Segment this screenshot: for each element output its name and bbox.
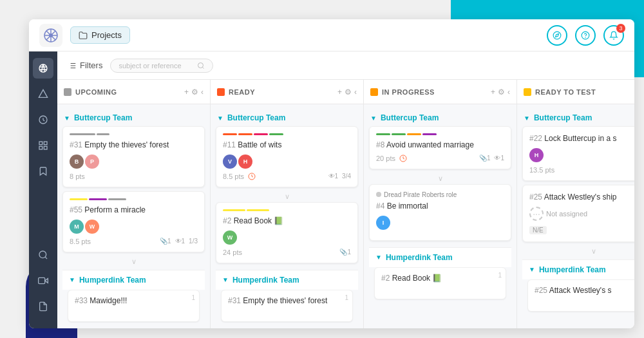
- projects-button[interactable]: Projects: [70, 26, 130, 44]
- card-text: Avoid unwanted marriage: [386, 140, 474, 149]
- sidebar: [29, 52, 57, 328]
- card-title: #33 Mawidge!!!: [75, 296, 193, 306]
- card-avatars: B P: [70, 155, 198, 169]
- column-upcoming: UPCOMING + ⚙ ‹ ▼ Buttercup Team: [57, 80, 211, 328]
- settings-ready[interactable]: ⚙: [345, 88, 352, 97]
- color-segment: [108, 198, 126, 200]
- column-indicator-in-progress: [370, 88, 378, 96]
- card-avatars: V H: [223, 155, 351, 169]
- bottom-section-ready: 1 #31 Empty the thieves' forest: [216, 290, 358, 327]
- bottom-card-upcoming-33[interactable]: 1 #33 Mawidge!!!: [68, 290, 200, 322]
- collapse-upcoming[interactable]: ‹: [201, 88, 204, 97]
- expand-chevron[interactable]: ∨: [216, 191, 358, 202]
- sidebar-item-grid[interactable]: [33, 135, 53, 156]
- views-badge: 👁1: [175, 238, 185, 245]
- views-badge: 👁1: [328, 173, 339, 180]
- filters-button[interactable]: Filters: [68, 61, 102, 70]
- card-pts: 8 pts: [70, 173, 85, 180]
- card-ready-2[interactable]: #2 Read Book 📗 W 24 pts 📎1: [216, 202, 358, 263]
- card-footer: 8 pts: [70, 173, 198, 180]
- color-segment: [89, 198, 107, 200]
- svg-rect-24: [39, 277, 45, 283]
- search-placeholder-text: subject or reference: [118, 62, 181, 70]
- svg-rect-18: [44, 142, 47, 145]
- add-card-in-progress[interactable]: +: [491, 88, 495, 97]
- add-card-upcoming[interactable]: +: [184, 88, 189, 97]
- expand-chevron[interactable]: ∨: [522, 246, 634, 257]
- sidebar-item-search[interactable]: [33, 245, 53, 265]
- column-indicator-upcoming: [64, 88, 71, 96]
- card-title-25: #25 Attack Westley's ship: [529, 192, 634, 203]
- column-title-ready: READY: [229, 88, 334, 96]
- bottom-card-ready-to-test-25[interactable]: 1 #25 Attack Westley's s: [527, 279, 634, 312]
- card-ready-to-test-25[interactable]: #25 Attack Westley's ship ··· Not assign…: [522, 185, 634, 242]
- sidebar-item-circle[interactable]: [33, 109, 53, 130]
- bottom-section-upcoming: 1 #33 Mawidge!!!: [62, 290, 205, 327]
- column-header-ready: READY + ⚙ ‹: [211, 80, 363, 104]
- chevron-down-icon: ▼: [370, 115, 377, 122]
- team-header-buttercup-ready-to-test[interactable]: ▼ Buttercup Team: [522, 109, 634, 126]
- card-upcoming-31[interactable]: #31 Empty the thieves' forest B P 8 pts: [62, 126, 205, 187]
- settings-in-progress[interactable]: ⚙: [498, 88, 505, 97]
- card-title-2: #2 Read Book 📗: [223, 216, 351, 227]
- card-pts: 20 pts: [376, 155, 395, 162]
- card-in-progress-8[interactable]: #8 Avoid unwanted marriage 20 pts 📎1 👁1: [369, 126, 511, 169]
- svg-rect-19: [39, 146, 43, 149]
- card-id: #33: [75, 296, 90, 305]
- card-title-11: #11 Battle of wits: [223, 140, 351, 151]
- column-title-ready-to-test: READY TO TEST: [535, 88, 634, 96]
- clips-badge: 📎1: [160, 238, 171, 245]
- chevron-down-icon: ▼: [69, 276, 75, 283]
- sidebar-item-pirate[interactable]: [33, 58, 53, 79]
- sidebar-item-video[interactable]: [33, 270, 53, 291]
- card-text: Lock Buttercup in a s: [544, 134, 616, 143]
- team-header-humperdink-upcoming[interactable]: ▼ Humperdink Team: [62, 270, 205, 290]
- projects-label: Projects: [91, 30, 122, 40]
- color-segment: [223, 209, 245, 211]
- bottom-card-ready-31[interactable]: 1 #31 Empty the thieves' forest: [221, 290, 353, 322]
- card-upcoming-55[interactable]: #55 Perform a miracle M W 8.5 pts: [62, 191, 205, 252]
- help-button[interactable]: [575, 25, 596, 46]
- search-box[interactable]: subject or reference: [110, 59, 213, 73]
- team-header-humperdink-in-progress[interactable]: ▼ Humperdink Team: [369, 247, 511, 267]
- avatar: V: [223, 155, 237, 169]
- team-header-buttercup-upcoming[interactable]: ▼ Buttercup Team: [62, 109, 205, 126]
- sidebar-item-triangle[interactable]: [33, 84, 53, 104]
- card-text: Be immortal: [387, 202, 428, 211]
- card-ready-11[interactable]: #11 Battle of wits V H 8.5 pts: [216, 126, 358, 187]
- column-title-upcoming: UPCOMING: [75, 88, 180, 96]
- notification-button[interactable]: 3: [603, 25, 624, 46]
- card-ready-to-test-22[interactable]: #22 Lock Buttercup in a s H 13.5 pts: [522, 126, 634, 181]
- bottom-card-in-progress-2[interactable]: 1 #2 Read Book 📗: [374, 267, 506, 299]
- svg-marker-7: [556, 33, 559, 37]
- expand-chevron[interactable]: ∨: [62, 256, 205, 267]
- team-header-humperdink-ready[interactable]: ▼ Humperdink Team: [216, 270, 358, 290]
- collapse-in-progress[interactable]: ‹: [507, 88, 510, 97]
- svg-point-5: [49, 33, 53, 37]
- card-id: #31: [228, 296, 243, 305]
- ne-tag-label: N/E: [529, 226, 547, 234]
- card-number: 1: [191, 294, 195, 301]
- column-header-in-progress: IN PROGRESS + ⚙ ‹: [364, 80, 516, 104]
- svg-line-14: [43, 64, 44, 72]
- chevron-down-icon: ▼: [64, 115, 70, 122]
- card-in-progress-4[interactable]: Dread Pirate Roberts role #4 Be immortal…: [369, 184, 511, 241]
- team-name-humperdink-ready: Humperdink Team: [232, 276, 299, 285]
- team-header-buttercup-in-progress[interactable]: ▼ Buttercup Team: [369, 109, 511, 126]
- column-title-in-progress: IN PROGRESS: [382, 88, 487, 96]
- compass-button[interactable]: [547, 25, 567, 46]
- sidebar-item-bookmark[interactable]: [33, 161, 53, 182]
- collapse-ready[interactable]: ‹: [354, 88, 357, 97]
- team-header-humperdink-ready-to-test[interactable]: ▼ Humperdink Team: [522, 259, 634, 279]
- card-id: #25: [535, 286, 549, 295]
- sidebar-item-doc[interactable]: [33, 296, 53, 317]
- settings-upcoming[interactable]: ⚙: [191, 88, 198, 97]
- avatar: B: [70, 155, 84, 169]
- chevron-down-icon: ▼: [529, 266, 535, 273]
- team-header-buttercup-ready[interactable]: ▼ Buttercup Team: [216, 109, 358, 126]
- add-card-ready[interactable]: +: [337, 88, 342, 97]
- columns-container: UPCOMING + ⚙ ‹ ▼ Buttercup Team: [57, 80, 634, 328]
- svg-point-10: [39, 64, 47, 72]
- color-segment: [223, 133, 237, 135]
- expand-chevron[interactable]: ∨: [369, 173, 511, 184]
